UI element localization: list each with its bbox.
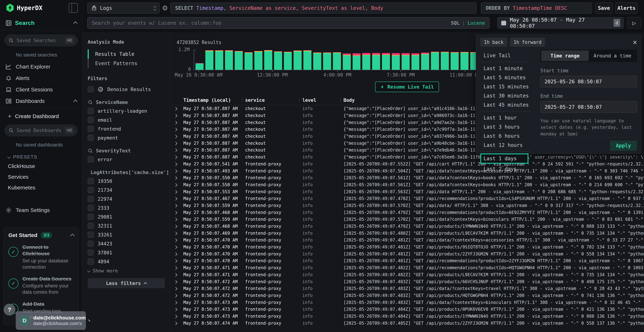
row-expand-chevron-icon[interactable]: [174, 238, 183, 242]
row-expand-chevron-icon[interactable]: [174, 252, 183, 256]
chevron-up-icon[interactable]: [70, 234, 74, 238]
preset-clickhouse[interactable]: ClickHouse: [0, 161, 82, 172]
less-filters-button[interactable]: Less filters: [88, 278, 165, 288]
histogram-bar[interactable]: [254, 51, 262, 70]
row-expand-chevron-icon[interactable]: [174, 244, 183, 250]
select-query-input[interactable]: SELECT Timestamp, ServiceName as service…: [170, 2, 476, 14]
log-table-row[interactable]: May 27 8:50:07.559 AMfrontend-proxyinfo[…: [170, 202, 644, 209]
tab-around-a-time[interactable]: Around a time: [589, 50, 636, 61]
time-preset-last-3-hours[interactable]: Last 3 hours: [480, 122, 534, 132]
log-table-row[interactable]: May 27 8:50:07.469 AMfrontend-proxyinfo[…: [170, 230, 644, 237]
checkbox[interactable]: [88, 135, 94, 141]
log-table-row[interactable]: May 27 8:50:07.472 AMfrontend-proxyinfo[…: [170, 278, 644, 285]
sidebar-item-alerts[interactable]: Alerts: [0, 72, 82, 84]
row-expand-chevron-icon[interactable]: [174, 286, 183, 291]
log-table-row[interactable]: May 27 8:50:07.470 AMfrontend-proxyinfo[…: [170, 250, 644, 258]
filter-option[interactable]: 19350: [88, 178, 165, 184]
log-table-row[interactable]: May 27 8:50:07.468 AMfrontend-proxyinfo[…: [170, 209, 644, 216]
filter-option[interactable]: 29081: [88, 214, 165, 220]
histogram-bar[interactable]: [412, 53, 420, 70]
histogram-bar[interactable]: [343, 54, 351, 70]
histogram-bar[interactable]: [294, 50, 302, 70]
histogram-bar[interactable]: [244, 52, 252, 70]
row-expand-chevron-icon[interactable]: [174, 175, 183, 180]
time-preset-last-1-days[interactable]: Last 1 days: [480, 154, 528, 164]
log-table-row[interactable]: May 27 8:50:07.553 AMfrontend-proxyinfo[…: [170, 188, 644, 195]
col-service[interactable]: ⋮⋮service: [245, 98, 302, 103]
user-menu[interactable]: D dale@clickhouse.com dale@clickhouse.co…: [16, 311, 86, 330]
apply-button[interactable]: Apply: [610, 140, 637, 151]
row-expand-chevron-icon[interactable]: [174, 141, 183, 146]
checkbox[interactable]: [88, 205, 94, 211]
filter-option[interactable]: 32311: [88, 223, 165, 229]
checkbox[interactable]: [88, 86, 94, 92]
checkbox[interactable]: [88, 117, 94, 123]
checkbox[interactable]: [88, 223, 94, 229]
histogram-bar[interactable]: [235, 51, 243, 70]
log-table-row[interactable]: May 27 8:50:07.473 AMfrontend-proxyinfo[…: [170, 299, 644, 306]
col-level[interactable]: ⋮⋮level: [302, 98, 344, 103]
row-expand-chevron-icon[interactable]: [174, 293, 183, 298]
time-preset-last-1-hour[interactable]: Last 1 hour: [480, 113, 534, 122]
filter-option[interactable]: 2333: [88, 205, 165, 211]
mode-event-patterns[interactable]: Event Patterns: [88, 59, 165, 68]
checkbox[interactable]: [88, 108, 94, 114]
histogram-bar[interactable]: [372, 53, 380, 70]
filter-option[interactable]: 22974: [88, 196, 165, 202]
time-preset-last-12-hours[interactable]: Last 12 hours: [480, 140, 534, 150]
checkbox[interactable]: [88, 156, 94, 162]
filter-option[interactable]: 21734: [88, 187, 165, 193]
row-expand-chevron-icon[interactable]: [174, 300, 183, 305]
column-drag-handle[interactable]: ⋮⋮: [338, 97, 346, 102]
row-expand-chevron-icon[interactable]: [174, 217, 183, 222]
histogram-bar[interactable]: [392, 53, 400, 70]
row-expand-chevron-icon[interactable]: [174, 272, 183, 277]
row-expand-chevron-icon[interactable]: [174, 231, 183, 236]
log-table-row[interactable]: May 27 8:50:07.472 AMfrontend-proxyinfo[…: [170, 285, 644, 292]
histogram-bar[interactable]: [225, 50, 233, 70]
lucene-mode-toggle[interactable]: Lucene: [468, 20, 485, 26]
time-preset-last-1-minute[interactable]: Last 1 minute: [480, 64, 534, 73]
log-table-row[interactable]: May 27 8:50:07.470 AMfrontend-proxyinfo[…: [170, 237, 644, 244]
checkbox[interactable]: [88, 126, 94, 132]
histogram-bar[interactable]: [450, 52, 459, 70]
row-expand-chevron-icon[interactable]: [174, 307, 183, 312]
row-expand-chevron-icon[interactable]: [174, 154, 183, 160]
histogram-bar[interactable]: [333, 52, 341, 70]
close-icon[interactable]: ×: [633, 39, 637, 46]
saved-dashboards-input[interactable]: Saved Dashboards ⌘K: [5, 125, 78, 136]
row-expand-chevron-icon[interactable]: [174, 224, 183, 229]
source-select[interactable]: Logs: [87, 2, 160, 14]
histogram-bar[interactable]: [362, 53, 370, 70]
resume-live-tail-button[interactable]: Resume Live Tail: [375, 82, 439, 92]
histogram-bar[interactable]: [205, 50, 214, 70]
histogram-bar[interactable]: [264, 50, 272, 70]
start-time-input[interactable]: 2025-05-26 08:50:07: [540, 76, 637, 87]
histogram-bar[interactable]: [284, 52, 292, 70]
create-dashboard-button[interactable]: + Create Dashboard: [0, 108, 82, 122]
time-preset-last-30-minutes[interactable]: Last 30 minutes: [480, 91, 534, 100]
histogram-bar[interactable]: [196, 63, 204, 70]
row-expand-chevron-icon[interactable]: [174, 203, 183, 208]
row-expand-chevron-icon[interactable]: [174, 314, 183, 319]
log-table-row[interactable]: May 27 8:50:07.467 AMfrontend-proxyinfo[…: [170, 195, 644, 202]
live-tail-play-button[interactable]: ▷: [627, 17, 641, 28]
histogram-bar[interactable]: [274, 51, 282, 70]
row-expand-chevron-icon[interactable]: [174, 134, 183, 139]
log-table-row[interactable]: May 27 8:50:07.472 AMfrontend-proxyinfo[…: [170, 292, 644, 299]
checkbox[interactable]: [88, 187, 94, 193]
row-expand-chevron-icon[interactable]: [174, 168, 183, 174]
time-preset-live-tail[interactable]: Live Tail: [480, 51, 534, 60]
filter-option[interactable]: artillery-loadgen: [88, 108, 165, 114]
log-table-row[interactable]: May 27 8:50:07.473 AMfrontend-proxyinfo[…: [170, 313, 644, 320]
filter-option[interactable]: error: [88, 156, 165, 162]
checkbox[interactable]: [88, 214, 94, 220]
time-preset-last-15-minutes[interactable]: Last 15 minutes: [480, 82, 534, 91]
row-expand-chevron-icon[interactable]: [174, 148, 183, 152]
row-expand-chevron-icon[interactable]: [174, 120, 183, 125]
chevron-up-icon[interactable]: [73, 21, 78, 26]
log-table-row[interactable]: May 27 8:50:07.473 AMfrontend-proxyinfo[…: [170, 306, 644, 313]
saved-searches-input[interactable]: Saved Searches ⌘K: [5, 35, 78, 46]
row-expand-chevron-icon[interactable]: [174, 189, 183, 194]
show-more-link[interactable]: Show more: [88, 268, 165, 274]
